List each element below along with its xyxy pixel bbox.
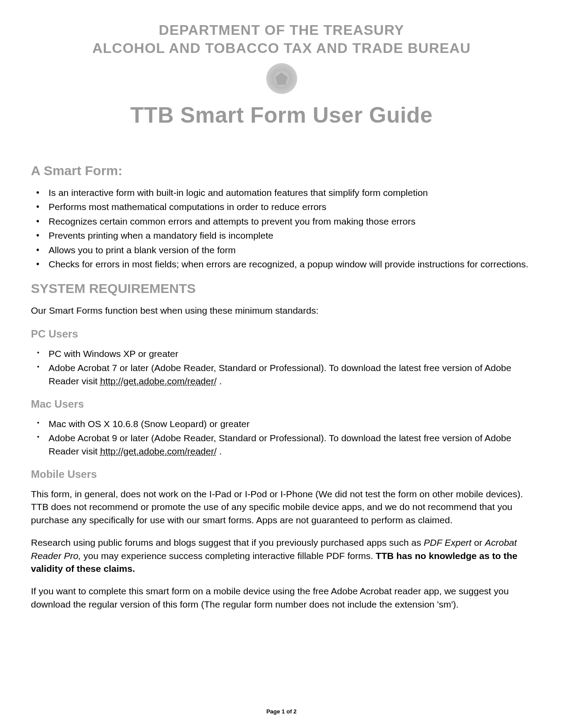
text-span: or bbox=[472, 537, 485, 548]
mobile-para-1: This form, in general, does not work on … bbox=[31, 488, 532, 526]
list-item: Mac with OS X 10.6.8 (Snow Leopard) or g… bbox=[31, 417, 532, 430]
text-span: . bbox=[217, 376, 222, 386]
page-footer: Page 1 of 2 bbox=[0, 708, 563, 715]
list-item: Is an interactive form with built-in log… bbox=[31, 186, 532, 199]
system-requirements-heading: SYSTEM REQUIREMENTS bbox=[31, 281, 532, 296]
list-item: Allows you to print a blank version of t… bbox=[31, 244, 532, 256]
list-item: PC with Windows XP or greater bbox=[31, 347, 532, 360]
main-title: TTB Smart Form User Guide bbox=[31, 102, 532, 128]
list-item: Adobe Acrobat 7 or later (Adobe Reader, … bbox=[31, 361, 532, 387]
list-item: Recognizes certain common errors and att… bbox=[31, 215, 532, 228]
mac-users-list: Mac with OS X 10.6.8 (Snow Leopard) or g… bbox=[31, 417, 532, 458]
treasury-seal-icon bbox=[266, 63, 297, 94]
mobile-users-heading: Mobile Users bbox=[31, 468, 532, 480]
smart-form-bullet-list: Is an interactive form with built-in log… bbox=[31, 186, 532, 270]
text-span: Research using public forums and blogs s… bbox=[31, 537, 424, 548]
list-item: Performs most mathematical computations … bbox=[31, 200, 532, 213]
adobe-reader-link[interactable]: http://get.adobe.com/reader/ bbox=[100, 446, 217, 456]
system-requirements-intro: Our Smart Forms function best when using… bbox=[31, 304, 532, 317]
department-line-2: ALCOHOL AND TOBACCO TAX AND TRADE BUREAU bbox=[31, 40, 532, 56]
pc-users-heading: PC Users bbox=[31, 328, 532, 340]
list-item: Prevents printing when a mandatory field… bbox=[31, 229, 532, 242]
list-item: Adobe Acrobat 9 or later (Adobe Reader, … bbox=[31, 432, 532, 458]
text-span: you may experience success completing in… bbox=[81, 551, 376, 561]
mac-users-heading: Mac Users bbox=[31, 398, 532, 410]
text-span: . bbox=[217, 446, 222, 456]
app-name-italic: PDF Expert bbox=[424, 537, 472, 548]
mobile-para-2: Research using public forums and blogs s… bbox=[31, 536, 532, 575]
list-item: Checks for errors in most fields; when e… bbox=[31, 258, 532, 270]
mobile-para-3: If you want to complete this smart form … bbox=[31, 585, 532, 611]
document-header: DEPARTMENT OF THE TREASURY ALCOHOL AND T… bbox=[31, 22, 532, 128]
pc-users-list: PC with Windows XP or greater Adobe Acro… bbox=[31, 347, 532, 387]
department-line-1: DEPARTMENT OF THE TREASURY bbox=[31, 22, 532, 38]
adobe-reader-link[interactable]: http://get.adobe.com/reader/ bbox=[100, 376, 217, 386]
smart-form-heading: A Smart Form: bbox=[31, 163, 532, 178]
